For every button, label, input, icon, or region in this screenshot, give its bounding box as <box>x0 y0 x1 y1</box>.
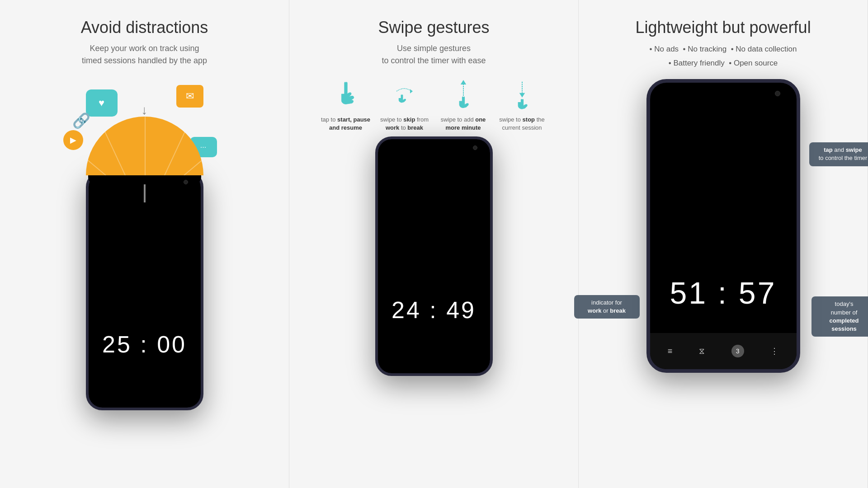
down-arrow-icon: ↓ <box>142 103 148 117</box>
panel-3-title: Lightweight but powerful <box>635 18 811 37</box>
umbrella-ribs <box>86 117 203 175</box>
panel-1-title: Avoid distractions <box>81 18 208 37</box>
gestures-area: tap to start, pause and resume swipe to … <box>298 76 569 132</box>
panel-lightweight: Lightweight but powerful • No ads • No t… <box>579 0 868 488</box>
umbrella <box>86 117 203 202</box>
tooltip-indicator: indicator forwork or break <box>574 295 640 319</box>
gesture-tap: tap to start, pause and resume <box>319 76 373 132</box>
heart-icon: ♥ <box>86 89 118 117</box>
phone-screen-1: 25 : 00 <box>89 174 201 408</box>
tooltip-tap-swipe: tap and swipeto control the timer <box>809 142 868 166</box>
phone-mockup-3: 51 : 57 ≡ ⧖ 3 ⋮ <box>646 79 800 373</box>
timer-display-3: 51 : 57 <box>670 275 777 310</box>
svg-marker-2 <box>460 80 466 84</box>
tooltip-sessions: today'snumber ofcompletedsessions <box>811 296 868 337</box>
phone-camera-1 <box>184 180 188 184</box>
panel-swipe-gestures: Swipe gestures Use simple gesturesto con… <box>289 0 579 488</box>
phone-camera-3 <box>775 91 780 96</box>
svg-marker-0 <box>410 89 413 94</box>
umbrella-handle <box>144 184 146 202</box>
phone-screen-3: 51 : 57 ≡ ⧖ 3 ⋮ <box>650 83 797 369</box>
tooltip-indicator-text: indicator forwork or break <box>588 299 626 314</box>
tap-gesture-text: tap to start, pause and resume <box>319 116 373 132</box>
mail-icon: ✉ <box>176 85 203 108</box>
swipe-right-gesture-text: swipe to skip from work to break <box>377 116 432 132</box>
play-icon: ▶ <box>63 130 83 150</box>
phone-mockup-2: 24 : 49 <box>375 136 493 376</box>
timer-display-1: 25 : 00 <box>102 331 187 358</box>
swipe-up-gesture-icon <box>453 76 474 112</box>
features-list: • No ads • No tracking • No data collect… <box>650 42 797 70</box>
gesture-swipe-up: swipe to add one more minute <box>436 76 491 132</box>
tooltip-tap-swipe-text: tap and swipeto control the timer <box>819 146 868 161</box>
swipe-down-gesture-text: swipe to stop the current session <box>495 116 549 132</box>
hourglass-icon: ⧖ <box>699 347 705 356</box>
more-icon: ⋮ <box>770 346 778 356</box>
illustration-area: ♥ ✉ 🔗 ▶ ··· ↓ <box>59 76 231 202</box>
panel-2-subtitle: Use simple gesturesto control the timer … <box>382 42 486 67</box>
menu-icon: ≡ <box>668 347 673 356</box>
session-count: 3 <box>731 345 744 357</box>
svg-marker-4 <box>519 93 524 98</box>
timer-display-2: 24 : 49 <box>392 296 476 324</box>
panel-2-title: Swipe gestures <box>378 18 489 37</box>
panel-avoid-distractions: Avoid distractions Keep your work on tra… <box>0 0 289 488</box>
swipe-down-gesture-icon <box>511 76 533 112</box>
swipe-up-gesture-text: swipe to add one more minute <box>436 116 491 132</box>
gesture-swipe-down: swipe to stop the current session <box>495 76 549 132</box>
phone-mockup-1: 25 : 00 <box>86 171 203 410</box>
phone-camera-2 <box>473 145 477 150</box>
phone-bottom-bar: ≡ ⧖ 3 ⋮ <box>650 333 797 369</box>
phone-screen-2: 24 : 49 <box>378 139 490 373</box>
gesture-swipe-right: swipe to skip from work to break <box>377 76 432 132</box>
tap-gesture-icon <box>335 76 357 112</box>
panel-1-subtitle: Keep your work on track usingtimed sessi… <box>82 42 207 67</box>
swipe-right-gesture-icon <box>394 76 415 112</box>
phone-container-3: tap and swipeto control the timer indica… <box>646 75 800 373</box>
tooltip-sessions-text: today'snumber ofcompletedsessions <box>829 300 859 332</box>
umbrella-top <box>86 117 203 175</box>
